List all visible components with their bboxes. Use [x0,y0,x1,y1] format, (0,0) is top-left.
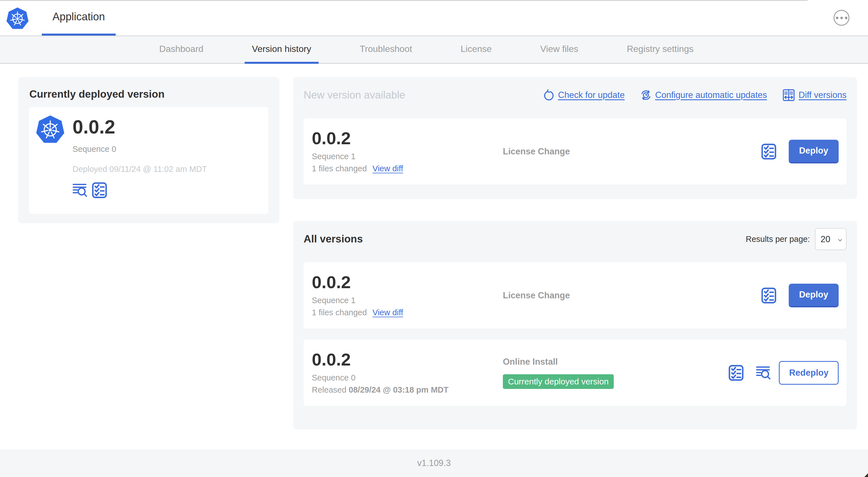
diff-versions-link[interactable]: Diff versions [782,89,846,101]
new-version-row: 0.0.2 Sequence 1 1 files changed View di… [304,118,846,185]
version-number: 0.0.2 [312,128,503,148]
version-number: 0.0.2 [312,350,503,369]
clock-refresh-icon [640,89,652,101]
results-per-page-label: Results per page: [746,235,810,244]
current-version-number: 0.0.2 [72,116,207,138]
version-row: 0.0.2 Sequence 0 Released 08/29/24 @ 03:… [304,339,846,406]
tab-dashboard[interactable]: Dashboard [152,36,211,64]
console-version: v1.109.3 [417,458,451,468]
view-diff-link[interactable]: View diff [372,308,403,317]
all-versions-title: All versions [304,233,363,245]
version-number: 0.0.2 [312,272,503,292]
main-content: Currently deployed version [0,64,868,429]
footer: v1.109.3 [0,449,868,477]
window-top-edge [0,0,808,1]
version-source: Online Install [503,357,728,367]
current-deployed-timestamp: Deployed 09/11/24 @ 11:02 am MDT [72,165,207,174]
currently-deployed-card: 0.0.2 Sequence 0 Deployed 09/11/24 @ 11:… [29,107,268,214]
results-per-page-select[interactable]: 20 [815,228,846,250]
app-nav: Dashboard Version history Troubleshoot L… [0,36,868,64]
tab-version-history[interactable]: Version history [245,36,318,64]
more-menu-button[interactable] [834,10,849,26]
configure-automatic-updates-link[interactable]: Configure automatic updates [640,89,767,101]
redeploy-button[interactable]: Redeploy [779,361,839,385]
all-versions-panel: All versions Results per page: 20 [293,221,857,429]
version-source: License Change [503,147,761,157]
preflight-checks-icon[interactable] [761,143,776,160]
tab-license[interactable]: License [453,36,499,64]
tab-registry-settings[interactable]: Registry settings [619,36,701,64]
deploy-button[interactable]: Deploy [789,140,839,163]
view-logs-icon[interactable] [72,183,88,197]
version-row: 0.0.2 Sequence 1 1 files changed View di… [304,262,846,329]
files-changed: 1 files changed [312,308,367,317]
version-sequence: Sequence 1 [312,152,503,161]
app-title: Application [53,11,105,23]
check-for-update-link[interactable]: Check for update [543,89,625,101]
currently-deployed-badge: Currently deployed version [503,374,614,389]
current-sequence: Sequence 0 [72,145,207,154]
view-logs-icon[interactable] [756,366,771,380]
app-tab[interactable]: Application [42,0,116,35]
released-date: 08/29/24 @ 03:18 pm MDT [349,385,449,394]
released-label: Released [312,385,346,394]
currently-deployed-title: Currently deployed version [29,88,268,100]
preflight-checks-icon[interactable] [728,365,744,381]
ellipsis-icon [836,17,838,19]
kubernetes-app-icon [36,115,65,214]
preflight-checks-icon[interactable] [92,182,107,199]
new-version-title: New version available [304,89,405,101]
version-sequence: Sequence 1 [312,296,503,305]
refresh-icon [543,89,555,101]
preflight-checks-icon[interactable] [761,287,776,304]
version-source: License Change [503,291,761,301]
currently-deployed-panel: Currently deployed version [18,77,279,223]
kubernetes-logo-icon [6,7,29,29]
files-changed: 1 files changed [312,164,367,173]
deploy-button[interactable]: Deploy [789,284,839,307]
view-diff-link[interactable]: View diff [372,164,403,173]
version-sequence: Sequence 0 [312,373,503,383]
top-bar: Application [0,0,868,36]
tab-view-files[interactable]: View files [533,36,586,64]
tab-troubleshoot[interactable]: Troubleshoot [352,36,420,64]
new-version-panel: New version available Check for update [293,77,857,199]
diff-icon [782,89,795,101]
